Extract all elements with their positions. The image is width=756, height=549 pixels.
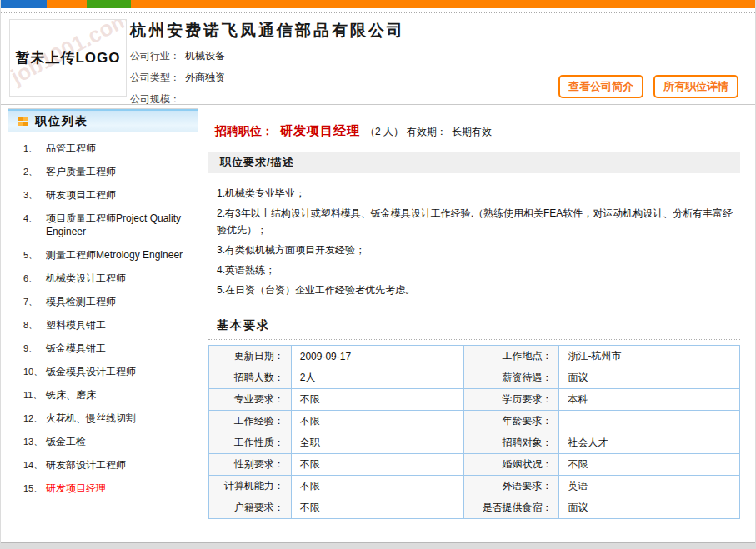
- table-cell-label: 招聘人数：: [209, 367, 292, 389]
- company-field-label: 公司规模：: [130, 93, 180, 105]
- sidebar-title: 职位列表: [35, 114, 88, 129]
- top-color-bar: [1, 0, 755, 8]
- job-item-number: 9、: [23, 342, 46, 355]
- requirements-section-title: 职位要求/描述: [208, 152, 740, 173]
- sidebar-item-6[interactable]: 6、机械类设计工程师: [23, 267, 194, 290]
- page: job1001.com 暂未上传LOGO 杭州安费诺飞凤通信部品有限公司 公司行…: [0, 0, 756, 549]
- job-item-label: 火花机、慢丝线切割: [46, 412, 194, 425]
- bottom-strip: [1, 542, 755, 549]
- job-item-label: 品管工程师: [46, 142, 194, 155]
- job-item-number: 4、: [23, 212, 46, 238]
- table-cell-value: 英语: [559, 476, 740, 497]
- sidebar-item-2[interactable]: 2、客户质量工程师: [23, 160, 194, 183]
- job-item-number: 12、: [23, 412, 46, 425]
- sidebar-item-12[interactable]: 12、火花机、慢丝线切割: [23, 407, 194, 430]
- table-cell-value: 面议: [559, 367, 740, 389]
- job-title: 研发项目经理: [280, 123, 360, 137]
- table-row: 工作性质：全职招聘对象：社会人才: [209, 432, 740, 454]
- table-cell-value: 不限: [291, 497, 463, 519]
- table-cell-value: 面议: [559, 497, 740, 519]
- table-cell-value: 不限: [291, 411, 463, 432]
- green-segment: [87, 0, 131, 8]
- table-cell-label: 性别要求：: [209, 454, 292, 476]
- table-row: 计算机能力：不限外语要求：英语: [209, 476, 740, 497]
- description-line: 1.机械类专业毕业；: [217, 185, 735, 202]
- job-item-number: 6、: [23, 272, 46, 285]
- table-row: 招聘人数：2人薪资待遇：面议: [209, 367, 740, 389]
- table-cell-label: 学历要求：: [463, 389, 559, 411]
- job-item-number: 1、: [23, 142, 46, 155]
- validity-label: 有效期：: [407, 126, 447, 137]
- table-cell-value: 2人: [291, 367, 463, 389]
- company-logo-placeholder: job1001.com 暂未上传LOGO: [9, 19, 127, 97]
- company-field: 公司行业：机械设备: [130, 49, 755, 63]
- table-cell-label: 外语要求：: [463, 476, 559, 497]
- sidebar-item-4[interactable]: 4、项目质量工程师Project Quality Engineer: [23, 207, 194, 243]
- company-field-label: 公司行业：: [130, 50, 180, 62]
- sidebar-item-3[interactable]: 3、研发项目工程师: [23, 183, 194, 207]
- job-item-number: 3、: [23, 188, 46, 202]
- table-cell-label: 年龄要求：: [463, 411, 559, 432]
- job-description: 1.机械类专业毕业；2.有3年以上结构设计或塑料模具、钣金模具设计工作经验.（熟…: [208, 173, 740, 298]
- requirements-table-body: 更新日期：2009-09-17工作地点：浙江-杭州市招聘人数：2人薪资待遇：面议…: [209, 346, 740, 519]
- table-cell-value: 全职: [291, 432, 463, 454]
- company-field-value: 外商独资: [185, 72, 225, 83]
- job-item-number: 10、: [23, 365, 46, 378]
- job-item-number: 2、: [23, 165, 46, 178]
- job-item-label: 研发项目经理: [46, 482, 194, 495]
- view-company-profile-button[interactable]: 查看公司简介: [558, 75, 643, 98]
- table-row: 性别要求：不限婚姻状况：不限: [209, 454, 740, 476]
- table-cell-value: 不限: [291, 454, 463, 476]
- table-cell-label: 工作地点：: [463, 346, 559, 367]
- table-cell-label: 专业要求：: [209, 389, 292, 411]
- table-cell-value: 不限: [291, 389, 463, 411]
- table-cell-label: 工作性质：: [209, 432, 292, 454]
- sidebar-item-13[interactable]: 13、钣金工检: [23, 430, 194, 453]
- validity-value: 长期有效: [452, 126, 492, 137]
- blue-segment: [1, 0, 47, 8]
- table-cell-label: 计算机能力：: [209, 476, 292, 497]
- table-cell-label: 婚姻状况：: [463, 454, 559, 476]
- table-cell-label: 是否提供食宿：: [463, 497, 559, 519]
- description-line: 3.有类似机械方面项目开发经验；: [217, 242, 735, 258]
- job-item-label: 钣金模具钳工: [46, 342, 194, 355]
- table-cell-value: 不限: [559, 454, 740, 476]
- table-cell-label: 薪资待遇：: [463, 367, 559, 389]
- orange-long-segment: [131, 0, 755, 8]
- grid-squares-icon: [18, 117, 28, 126]
- sidebar-item-8[interactable]: 8、塑料模具钳工: [23, 313, 194, 337]
- company-field-value: 机械设备: [185, 50, 225, 62]
- sidebar-item-9[interactable]: 9、钣金模具钳工: [23, 337, 194, 360]
- company-header: job1001.com 暂未上传LOGO 杭州安费诺飞凤通信部品有限公司 公司行…: [1, 13, 755, 102]
- job-item-label: 研发项目工程师: [46, 188, 194, 202]
- job-item-number: 8、: [23, 318, 46, 332]
- header-buttons: 查看公司简介所有职位详情: [558, 75, 738, 98]
- table-row: 户籍要求：不限是否提供食宿：面议: [209, 497, 740, 519]
- job-item-number: 11、: [23, 388, 46, 402]
- sidebar-item-14[interactable]: 14、研发部设计工程师: [23, 453, 194, 477]
- sidebar-item-11[interactable]: 11、铣床、磨床: [23, 383, 194, 407]
- description-line: 2.有3年以上结构设计或塑料模具、钣金模具设计工作经验.（熟练使用相关FEA软件…: [217, 205, 735, 238]
- sidebar-item-15[interactable]: 15、研发项目经理: [23, 477, 194, 500]
- sidebar-item-7[interactable]: 7、模具检测工程师: [23, 290, 194, 313]
- table-cell-value: 2009-09-17: [291, 346, 463, 367]
- job-detail-main: 招聘职位：研发项目经理（2 人）有效期：长期有效 职位要求/描述 1.机械类专业…: [198, 108, 748, 547]
- job-item-number: 13、: [23, 435, 46, 448]
- job-headcount: （2 人）: [365, 126, 403, 137]
- sidebar-item-5[interactable]: 5、测量工程师Metrology Engineer: [23, 243, 194, 267]
- job-header: 招聘职位：研发项目经理（2 人）有效期：长期有效: [208, 123, 740, 139]
- table-cell-value: 本科: [559, 389, 740, 411]
- table-cell-value: 浙江-杭州市: [559, 346, 740, 367]
- job-item-label: 客户质量工程师: [46, 165, 194, 178]
- job-item-label: 机械类设计工程师: [46, 272, 194, 285]
- basic-requirements-table: 更新日期：2009-09-17工作地点：浙江-杭州市招聘人数：2人薪资待遇：面议…: [208, 345, 740, 519]
- sidebar-item-1[interactable]: 1、品管工程师: [23, 137, 194, 160]
- table-cell-value: 不限: [291, 476, 463, 497]
- job-header-label: 招聘职位：: [215, 124, 273, 137]
- table-cell-value: 社会人才: [559, 432, 740, 454]
- job-item-label: 钣金模具设计工程师: [46, 365, 194, 378]
- all-positions-button[interactable]: 所有职位详情: [653, 75, 738, 98]
- description-line: 5.在日资（台资）企业工作经验者优先考虑。: [217, 282, 735, 298]
- job-item-number: 7、: [23, 295, 46, 308]
- sidebar-item-10[interactable]: 10、钣金模具设计工程师: [23, 360, 194, 383]
